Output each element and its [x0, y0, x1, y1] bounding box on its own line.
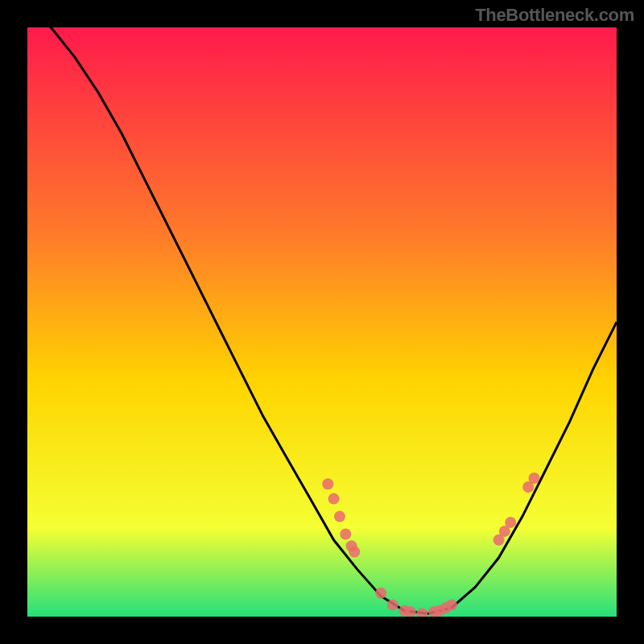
gradient-background — [27, 27, 617, 617]
data-marker — [322, 478, 333, 489]
data-marker — [340, 529, 351, 540]
data-marker — [328, 493, 340, 505]
data-marker — [529, 473, 540, 484]
data-marker — [505, 517, 516, 528]
data-marker — [375, 588, 386, 599]
plot-svg — [27, 27, 617, 617]
watermark-text: TheBottleneck.com — [475, 5, 634, 26]
plot-area — [27, 27, 617, 617]
data-marker — [446, 599, 457, 610]
chart-canvas: TheBottleneck.com — [0, 0, 644, 644]
data-marker — [334, 511, 345, 522]
data-marker — [349, 547, 360, 558]
data-marker — [387, 599, 398, 610]
